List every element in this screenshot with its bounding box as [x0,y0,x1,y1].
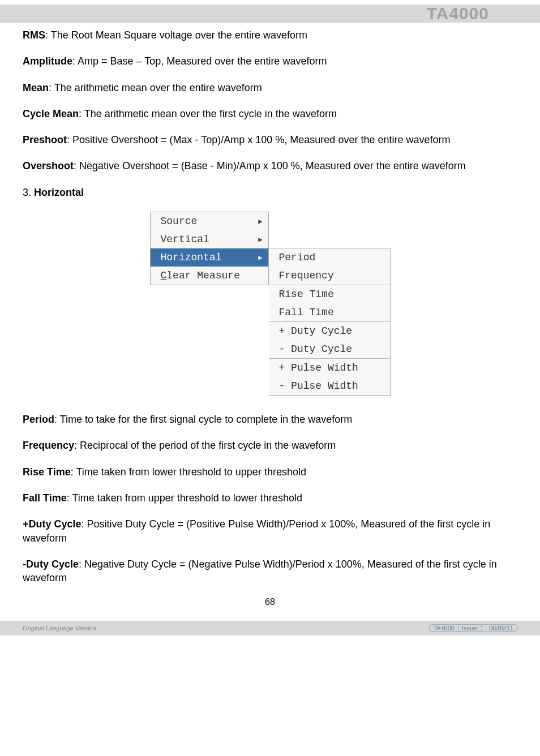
term-rms: RMS [23,29,45,41]
submenu-group-3: + Duty Cycle - Duty Cycle [269,321,390,358]
text-cycle-mean: : The arithmetic mean over the first cyc… [79,108,337,119]
submenu-item-rise-time[interactable]: Rise Time [269,285,390,303]
footer-bar: Original Language Version TA4000 Issue: … [0,621,540,635]
menu-right: Period Frequency Rise Time Fall Time + D… [269,248,391,396]
def-period: Period: Time to take for the first signa… [23,413,517,426]
submenu-label: + Duty Cycle [279,325,353,337]
submenu-label: - Pulse Width [279,380,358,392]
submenu-group-1: Period Frequency [269,248,390,285]
def-rms: RMS: The Root Mean Square voltage over t… [23,28,517,42]
term-mean: Mean [23,82,49,93]
submenu-item-frequency[interactable]: Frequency [269,267,390,285]
submenu-item-period[interactable]: Period [269,248,390,267]
footer-issue: Issue: 1 - 06/09/11 [458,624,517,632]
footer-left-text: Original Language Version [23,625,96,632]
term-nduty: -Duty Cycle [23,559,79,570]
def-cycle-mean: Cycle Mean: The arithmetic mean over the… [23,107,517,121]
submenu-label: Period [279,252,316,263]
menu-label-source: Source [161,216,198,227]
term-preshoot: Preshoot [23,134,67,145]
text-frequency: : Reciprocal of the period of the first … [74,440,336,451]
text-overshoot: : Negative Overshoot = (Base - Min)/Amp … [74,160,466,171]
page-content: RMS: The Root Mean Square voltage over t… [0,23,540,618]
submenu-label: + Pulse Width [279,362,358,373]
arrow-right-icon: ▶ [258,217,262,226]
footer-model: TA4000 [429,624,458,632]
def-pos-duty: +Duty Cycle: Positive Duty Cycle = (Posi… [23,517,517,545]
def-rise-time: Rise Time: Time taken from lower thresho… [23,465,517,479]
def-amplitude: Amplitude: Amp = Base – Top, Measured ov… [23,54,517,68]
text-period: : Time to take for the first signal cycl… [54,414,352,425]
footer-right: TA4000 Issue: 1 - 06/09/11 [429,624,517,632]
text-rise: : Time taken from lower threshold to upp… [71,466,306,478]
def-preshoot: Preshoot: Positive Overshoot = (Max - To… [23,133,517,147]
text-rms: : The Root Mean Square voltage over the … [45,29,307,41]
menu-left: Source ▶ Vertical ▶ Horizontal ▶ Clear M… [150,212,269,285]
menu-item-vertical[interactable]: Vertical ▶ [151,230,268,248]
page-number: 68 [23,597,517,607]
menu-item-source[interactable]: Source ▶ [151,212,268,230]
section-num: 3. [23,187,34,198]
submenu-item-neg-duty[interactable]: - Duty Cycle [269,340,390,358]
arrow-right-icon: ▶ [258,235,262,244]
header-bar: TA4000 [0,0,540,23]
submenu-item-neg-pulse[interactable]: - Pulse Width [269,377,390,395]
def-mean: Mean: The arithmetic mean over the entir… [23,81,517,94]
term-overshoot: Overshoot [23,160,74,171]
submenu-item-pos-pulse[interactable]: + Pulse Width [269,359,390,377]
submenu-group-2: Rise Time Fall Time [269,285,390,321]
arrow-right-icon: ▶ [258,254,262,262]
submenu-group-4: + Pulse Width - Pulse Width [269,358,390,395]
menu-wrap: Source ▶ Vertical ▶ Horizontal ▶ Clear M… [150,212,391,396]
submenu-label: Rise Time [279,289,334,300]
text-nduty: : Negative Duty Cycle = (Negative Pulse … [23,559,497,583]
term-frequency: Frequency [23,440,74,451]
text-fall: : Time taken from upper threshold to low… [67,492,302,504]
submenu-label: Frequency [279,270,334,281]
def-frequency: Frequency: Reciprocal of the period of t… [23,439,517,452]
submenu-item-pos-duty[interactable]: + Duty Cycle [269,322,390,340]
term-fall: Fall Time [23,492,67,504]
submenu-item-fall-time[interactable]: Fall Time [269,303,390,321]
text-amplitude: : Amp = Base – Top, Measured over the en… [72,55,327,67]
def-overshoot: Overshoot: Negative Overshoot = (Base - … [23,159,517,173]
menu-label-clear: Clear Measure [161,270,240,281]
term-amplitude: Amplitude [23,55,72,67]
menu-label-horizontal: Horizontal [161,252,222,263]
submenu-label: - Duty Cycle [279,343,353,355]
section-title: Horizontal [34,187,84,198]
header-title: TA4000 [426,4,489,23]
term-rise: Rise Time [23,466,71,478]
submenu-label: Fall Time [279,307,334,318]
menu-label-vertical: Vertical [161,234,209,245]
menu-screenshot: Source ▶ Vertical ▶ Horizontal ▶ Clear M… [23,212,517,396]
text-mean: : The arithmetic mean over the entire wa… [49,82,262,93]
term-pduty: +Duty Cycle [23,518,82,530]
menu-item-horizontal[interactable]: Horizontal ▶ [151,248,268,267]
text-pduty: : Positive Duty Cycle = (Positive Pulse … [23,518,490,543]
menu-item-clear-measure[interactable]: Clear Measure [151,267,268,285]
term-period: Period [23,414,54,425]
text-preshoot: : Positive Overshoot = (Max - Top)/Amp x… [67,134,450,145]
section-heading: 3. Horizontal [23,186,517,199]
term-cycle-mean: Cycle Mean [23,108,79,119]
def-neg-duty: -Duty Cycle: Negative Duty Cycle = (Nega… [23,557,517,585]
def-fall-time: Fall Time: Time taken from upper thresho… [23,491,517,505]
